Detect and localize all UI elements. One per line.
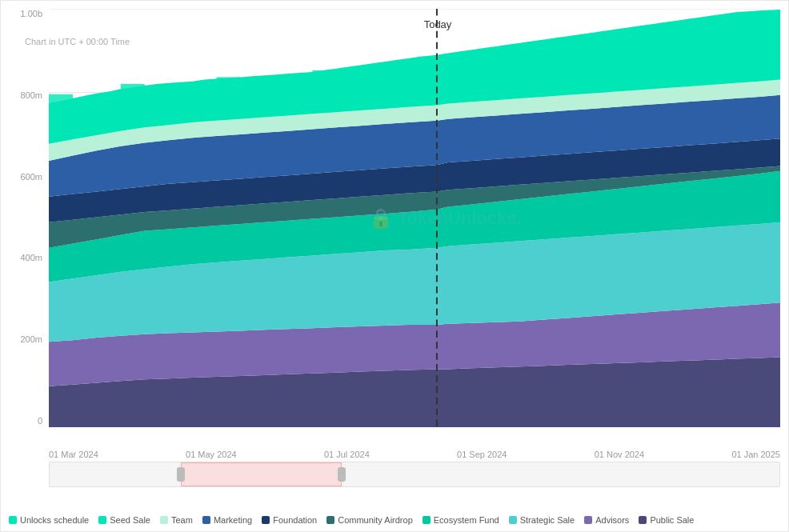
legend-dot-community-airdrop — [326, 516, 334, 524]
svg-rect-8 — [217, 77, 241, 80]
chart-area: Today 🔒 TokenUnlocks. — [49, 9, 780, 427]
legend-item-seed-sale: Seed Sale — [98, 515, 150, 525]
legend-label-advisors: Advisors — [595, 515, 629, 525]
legend-dot-foundation — [262, 516, 270, 524]
legend-label-marketing: Marketing — [214, 515, 252, 525]
legend-dot-unlocks-schedule — [9, 516, 17, 524]
legend-item-foundation: Foundation — [262, 515, 317, 525]
legend-label-ecosystem-fund: Ecosystem Fund — [434, 515, 499, 525]
svg-rect-6 — [49, 94, 73, 103]
scrollbar-handle-right[interactable] — [338, 467, 346, 482]
legend-label-foundation: Foundation — [273, 515, 317, 525]
legend-item-strategic-sale: Strategic Sale — [509, 515, 575, 525]
legend-dot-marketing — [202, 516, 210, 524]
y-label-1b: 1.00b — [1, 9, 47, 18]
legend-dot-seed-sale — [98, 516, 106, 524]
scrollbar[interactable] — [49, 462, 780, 487]
y-axis: 0 200m 400m 600m 800m 1.00b — [1, 9, 47, 427]
chart-container: 0 200m 400m 600m 800m 1.00b Chart in UTC… — [0, 0, 789, 532]
legend-label-strategic-sale: Strategic Sale — [520, 515, 575, 525]
legend-item-unlocks-schedule: Unlocks schedule — [9, 515, 89, 525]
y-label-200m: 200m — [1, 334, 47, 344]
legend-dot-ecosystem-fund — [423, 516, 431, 524]
svg-rect-7 — [121, 84, 145, 89]
legend-item-public-sale: Public Sale — [639, 515, 694, 525]
legend-label-seed-sale: Seed Sale — [110, 515, 150, 525]
scrollbar-handle-left[interactable] — [177, 467, 185, 482]
legend-label-community-airdrop: Community Airdrop — [338, 515, 413, 525]
x-axis: 01 Mar 2024 01 May 2024 01 Jul 2024 01 S… — [49, 450, 780, 459]
y-label-400m: 400m — [1, 253, 47, 262]
x-label-sep2024: 01 Sep 2024 — [457, 450, 507, 459]
legend-dot-team — [160, 516, 168, 524]
legend-item-advisors: Advisors — [584, 515, 629, 525]
legend-dot-strategic-sale — [509, 516, 517, 524]
x-label-may2024: 01 May 2024 — [186, 450, 237, 459]
x-label-jan2025: 01 Jan 2025 — [731, 450, 780, 459]
legend: Unlocks schedule Seed Sale Team Marketin… — [1, 515, 788, 525]
legend-dot-public-sale — [639, 516, 647, 524]
y-label-0: 0 — [1, 416, 47, 426]
legend-label-public-sale: Public Sale — [650, 515, 694, 525]
legend-item-ecosystem-fund: Ecosystem Fund — [423, 515, 499, 525]
y-label-600m: 600m — [1, 172, 47, 182]
y-label-800m: 800m — [1, 90, 47, 100]
x-label-mar2024: 01 Mar 2024 — [49, 450, 98, 459]
legend-item-marketing: Marketing — [202, 515, 252, 525]
legend-label-team: Team — [171, 515, 193, 525]
legend-item-community-airdrop: Community Airdrop — [326, 515, 413, 525]
scrollbar-highlight — [181, 462, 342, 486]
svg-rect-9 — [312, 70, 336, 73]
x-label-nov2024: 01 Nov 2024 — [595, 450, 644, 459]
x-label-jul2024: 01 Jul 2024 — [324, 450, 370, 459]
legend-label-unlocks-schedule: Unlocks schedule — [20, 515, 89, 525]
chart-svg — [49, 9, 780, 427]
legend-dot-advisors — [584, 516, 592, 524]
legend-item-team: Team — [160, 515, 193, 525]
